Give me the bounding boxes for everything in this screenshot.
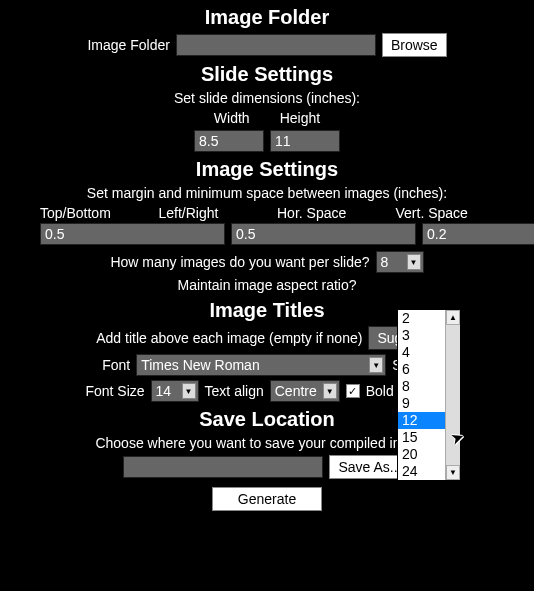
font-label: Font — [102, 357, 130, 373]
images-per-slide-select[interactable]: 8 ▼ — [376, 251, 424, 273]
slide-settings-subtitle: Set slide dimensions (inches): — [0, 90, 534, 106]
height-label: Height — [280, 110, 320, 126]
dropdown-option[interactable]: 15 — [398, 429, 445, 446]
image-folder-title: Image Folder — [0, 6, 534, 29]
dropdown-option[interactable]: 9 — [398, 395, 445, 412]
aspect-ratio-label: Maintain image aspect ratio? — [178, 277, 357, 293]
font-size-select[interactable]: 14 ▼ — [151, 380, 199, 402]
dropdown-option[interactable]: 6 — [398, 361, 445, 378]
font-size-label: Font Size — [85, 383, 144, 399]
image-settings-subtitle: Set margin and minimum space between ima… — [0, 185, 534, 201]
bold-checkbox[interactable]: ✓ — [346, 384, 360, 398]
chevron-down-icon: ▼ — [369, 357, 383, 373]
font-select[interactable]: Times New Roman ▼ — [136, 354, 386, 376]
save-path-input[interactable] — [123, 456, 323, 478]
col-horspace-label: Hor. Space — [277, 205, 376, 221]
slide-height-input[interactable] — [270, 130, 340, 152]
margin-topbottom-input[interactable] — [40, 223, 225, 245]
text-align-label: Text align — [205, 383, 264, 399]
dropdown-option[interactable]: 8 — [398, 378, 445, 395]
images-per-slide-value: 8 — [381, 254, 403, 270]
image-folder-input[interactable] — [176, 34, 376, 56]
dropdown-option[interactable]: 2 — [398, 310, 445, 327]
scroll-down-icon[interactable]: ▼ — [446, 465, 460, 480]
margin-leftright-input[interactable] — [231, 223, 416, 245]
chevron-down-icon: ▼ — [407, 254, 421, 270]
dropdown-option[interactable]: 3 — [398, 327, 445, 344]
slide-width-input[interactable] — [194, 130, 264, 152]
scroll-up-icon[interactable]: ▲ — [446, 310, 460, 325]
col-vertspace-label: Vert. Space — [396, 205, 495, 221]
text-align-value: Centre — [275, 383, 319, 399]
dropdown-option[interactable]: 4 — [398, 344, 445, 361]
font-value: Times New Roman — [141, 357, 260, 373]
generate-button[interactable]: Generate — [212, 487, 322, 511]
font-size-value: 14 — [156, 383, 178, 399]
hor-space-input[interactable] — [422, 223, 534, 245]
browse-button[interactable]: Browse — [382, 33, 447, 57]
col-topbottom-label: Top/Bottom — [40, 205, 139, 221]
col-leftright-label: Left/Right — [159, 205, 258, 221]
dropdown-option[interactable]: 20 — [398, 446, 445, 463]
add-title-label: Add title above each image (empty if non… — [96, 330, 362, 346]
chevron-down-icon: ▼ — [182, 383, 196, 399]
text-align-select[interactable]: Centre ▼ — [270, 380, 340, 402]
dropdown-option[interactable]: 12 — [398, 412, 445, 429]
dropdown-option[interactable]: 24 — [398, 463, 445, 480]
slide-settings-title: Slide Settings — [0, 63, 534, 86]
width-label: Width — [214, 110, 250, 126]
chevron-down-icon: ▼ — [323, 383, 337, 399]
image-folder-label: Image Folder — [87, 37, 169, 53]
image-settings-title: Image Settings — [0, 158, 534, 181]
images-per-slide-label: How many images do you want per slide? — [110, 254, 369, 270]
bold-label: Bold — [366, 383, 394, 399]
dropdown-scrollbar[interactable]: ▲ ▼ — [445, 310, 460, 480]
images-per-slide-dropdown[interactable]: ▲ ▼ 23468912152024 — [397, 309, 461, 481]
